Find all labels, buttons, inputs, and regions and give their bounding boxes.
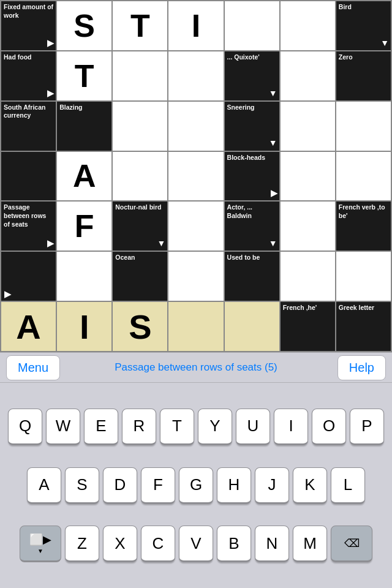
- clue-used-to-be: Used to be: [224, 251, 280, 301]
- key-Y[interactable]: Y: [198, 409, 232, 445]
- help-button[interactable]: Help: [337, 355, 386, 380]
- cell-I[interactable]: I: [168, 1, 224, 51]
- clue-fixed-amount: Fixed amount of work ▶: [1, 1, 56, 51]
- cell-empty-r6c4[interactable]: [168, 251, 224, 301]
- cell-empty-r1c6[interactable]: [280, 1, 336, 51]
- cell-highlighted-A[interactable]: A: [1, 301, 56, 352]
- clue-blazing: Blazing: [56, 101, 112, 151]
- cell-empty-r6c6[interactable]: [280, 251, 336, 301]
- cell-empty-r6c7[interactable]: [336, 251, 391, 301]
- cell-S[interactable]: S: [56, 1, 112, 51]
- cell-empty-r6c1[interactable]: ▶: [1, 251, 56, 301]
- key-X[interactable]: X: [103, 526, 137, 562]
- key-B[interactable]: B: [217, 526, 251, 562]
- cell-highlighted-blank2[interactable]: [224, 301, 280, 352]
- key-O[interactable]: O: [312, 409, 346, 445]
- key-R[interactable]: R: [122, 409, 156, 445]
- crossword-grid[interactable]: Fixed amount of work ▶ S T I Bird ▼ Had …: [0, 0, 392, 352]
- key-M[interactable]: M: [293, 526, 327, 562]
- key-F[interactable]: F: [141, 467, 175, 504]
- key-L[interactable]: L: [331, 467, 365, 504]
- cell-highlighted-blank1[interactable]: [168, 301, 224, 352]
- clue-passage: Passage between rows of seats ▶: [1, 201, 56, 251]
- cell-empty-r2c4[interactable]: [168, 51, 224, 101]
- key-I[interactable]: I: [274, 409, 308, 445]
- clue-french-verb: French verb ,to be': [336, 201, 391, 251]
- cell-T-r1[interactable]: T: [112, 1, 168, 51]
- cell-empty-r1c5[interactable]: [224, 1, 280, 51]
- cell-empty-r4c7[interactable]: [336, 151, 391, 202]
- status-bar: Menu Passage between rows of seats (5) H…: [0, 352, 392, 383]
- cell-highlighted-S[interactable]: S: [112, 301, 168, 352]
- clue-had-food: Had food ▶: [1, 51, 56, 101]
- cell-highlighted-I[interactable]: I: [56, 301, 112, 352]
- cell-empty-r3c3[interactable]: [112, 101, 168, 151]
- cell-empty-r2c3[interactable]: [112, 51, 168, 101]
- key-Z[interactable]: Z: [65, 526, 99, 562]
- key-K[interactable]: K: [293, 467, 327, 504]
- cell-T-r2[interactable]: T: [56, 51, 112, 101]
- cell-empty-r4c3[interactable]: [112, 151, 168, 202]
- key-Q[interactable]: Q: [8, 409, 42, 445]
- clue-south-african: South African currency: [1, 101, 56, 151]
- cell-empty-r4c1[interactable]: [1, 151, 56, 202]
- cell-F[interactable]: F: [56, 201, 112, 251]
- key-N[interactable]: N: [255, 526, 289, 562]
- key-H[interactable]: H: [217, 467, 251, 504]
- clue-ocean: Ocean: [112, 251, 168, 301]
- clue-greek-letter: Greek letter: [336, 301, 391, 352]
- menu-button[interactable]: Menu: [6, 355, 60, 380]
- clue-french-he: French ,he': [280, 301, 336, 352]
- key-S[interactable]: S: [65, 467, 99, 504]
- cell-empty-r5c6[interactable]: [280, 201, 336, 251]
- cell-empty-r4c6[interactable]: [280, 151, 336, 202]
- key-V[interactable]: V: [179, 526, 213, 562]
- key-W[interactable]: W: [46, 409, 80, 445]
- key-D[interactable]: D: [103, 467, 137, 504]
- clue-nocturnal: Noctur-nal bird ▼: [112, 201, 168, 251]
- key-A[interactable]: A: [27, 467, 61, 504]
- cell-empty-r2c6[interactable]: [280, 51, 336, 101]
- clue-sneering: Sneering ▼: [224, 101, 280, 151]
- key-C[interactable]: C: [141, 526, 175, 562]
- keyboard-row-1: Q W E R T Y U I O P: [8, 409, 384, 445]
- active-clue: Passage between rows of seats (5): [115, 361, 277, 374]
- clue-actor-baldwin: Actor, ... Baldwin ▼: [224, 201, 280, 251]
- cell-empty-r6c2[interactable]: [56, 251, 112, 301]
- key-J[interactable]: J: [255, 467, 289, 504]
- cell-empty-r4c4[interactable]: [168, 151, 224, 202]
- key-E[interactable]: E: [84, 409, 118, 445]
- cell-empty-r3c6[interactable]: [280, 101, 336, 151]
- key-T[interactable]: T: [160, 409, 194, 445]
- clue-blockheads: Block-heads ▶: [224, 151, 280, 202]
- clue-bird: Bird ▼: [336, 1, 391, 51]
- special-action-key[interactable]: ⬜▶ ▼: [20, 526, 61, 562]
- clue-quixote: ... Quixote' ▼: [224, 51, 280, 101]
- key-U[interactable]: U: [236, 409, 270, 445]
- backspace-key[interactable]: ⌫: [331, 526, 372, 562]
- cell-empty-r3c7[interactable]: [336, 101, 391, 151]
- keyboard-row-3: ⬜▶ ▼ Z X C V B N M ⌫: [20, 526, 372, 562]
- keyboard-row-2: A S D F G H J K L: [27, 467, 365, 504]
- keyboard: Q W E R T Y U I O P A S D F G H J K L ⬜▶…: [0, 383, 392, 588]
- clue-zero: Zero: [336, 51, 391, 101]
- cell-empty-r5c4[interactable]: [168, 201, 224, 251]
- key-P[interactable]: P: [350, 409, 384, 445]
- cell-empty-r3c4[interactable]: [168, 101, 224, 151]
- key-G[interactable]: G: [179, 467, 213, 504]
- cell-A[interactable]: A: [56, 151, 112, 202]
